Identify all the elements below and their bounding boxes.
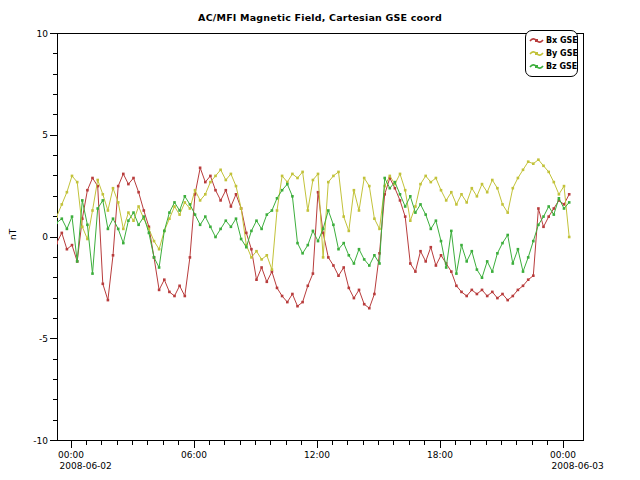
series-bx-gse	[55, 167, 570, 310]
legend-label-bx: Bx GSE	[546, 36, 578, 45]
legend-item-by: By GSE	[529, 47, 575, 60]
legend-item-bx: Bx GSE	[529, 34, 575, 47]
legend-label-bz: Bz GSE	[546, 62, 577, 71]
legend-item-bz: Bz GSE	[529, 60, 575, 73]
chart-window: AC/MFI Magnetic Field, Cartesian GSE coo…	[0, 0, 640, 480]
x-tick-label: 18:00	[427, 450, 453, 460]
x-date-label: 2008-06-02	[60, 461, 112, 471]
x-date-label: 2008-06-03	[552, 461, 604, 471]
y-tick-label: 0	[42, 232, 48, 242]
y-axis-label: nT	[8, 228, 18, 240]
x-tick-label: 00:00	[550, 450, 576, 460]
x-tick-label: 00:00	[58, 450, 84, 460]
x-tick-label: 06:00	[181, 450, 207, 460]
bx-series-line-icon	[529, 36, 544, 45]
y-tick-label: -10	[33, 436, 48, 446]
x-tick-label: 12:00	[304, 450, 330, 460]
y-tick-label: 5	[42, 130, 48, 140]
legend-label-by: By GSE	[546, 49, 578, 58]
legend: Bx GSE By GSE Bz GSE	[525, 30, 578, 77]
by-series-line-icon	[529, 49, 544, 58]
y-tick-label: 10	[37, 29, 49, 39]
y-tick-label: -5	[39, 334, 48, 344]
series-bz-gse	[55, 177, 570, 279]
bz-series-line-icon	[529, 62, 544, 71]
